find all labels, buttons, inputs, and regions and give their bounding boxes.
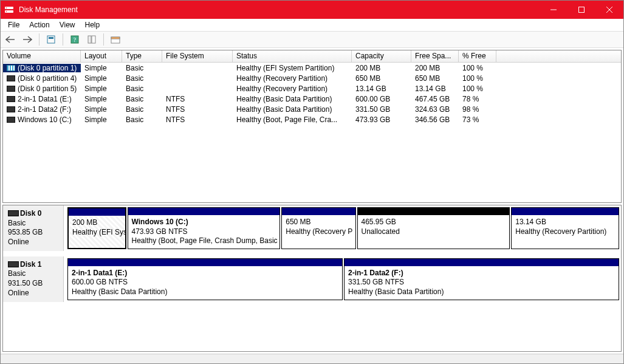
volume-icon (7, 65, 15, 71)
cell: 100 % (459, 84, 496, 93)
toolbar-separator (103, 33, 104, 46)
minimize-button[interactable] (540, 1, 567, 19)
partition-size: 600.00 GB NTFS (72, 278, 338, 287)
svg-point-2 (6, 7, 7, 9)
table-row[interactable]: (Disk 0 partition 1)SimpleBasicHealthy (… (3, 63, 621, 73)
col-free[interactable]: Free Spa... (411, 50, 459, 62)
partition-status: Healthy (Basic Data Partition) (72, 287, 338, 297)
refresh-button[interactable] (44, 33, 58, 46)
cell: Simple (81, 105, 122, 114)
cell: Healthy (Basic Data Partition) (233, 95, 352, 103)
partition-size: 13.14 GB (515, 218, 615, 227)
partition-header (358, 208, 510, 215)
cell: NTFS (162, 95, 233, 103)
cell: Basic (122, 115, 162, 124)
cell: Simple (81, 64, 122, 72)
partition-title: 2-in-1 Data1 (E:) (72, 269, 338, 278)
cell: Basic (122, 95, 162, 103)
svg-rect-9 (49, 37, 53, 39)
partition-size: 465.95 GB (362, 218, 506, 227)
volume-rows: (Disk 0 partition 1)SimpleBasicHealthy (… (3, 63, 621, 202)
partition[interactable]: 13.14 GBHealthy (Recovery Partition) (511, 207, 619, 249)
disk-size: 931.50 GB (8, 279, 58, 289)
svg-rect-5 (579, 7, 585, 13)
col-volume[interactable]: Volume (3, 50, 81, 62)
table-row[interactable]: (Disk 0 partition 5)SimpleBasicHealthy (… (3, 83, 621, 94)
menu-bar: File Action View Help (1, 19, 623, 31)
cell: 600.00 GB (352, 95, 411, 103)
cell: NTFS (162, 115, 233, 124)
toolbar-separator (39, 33, 39, 46)
partition[interactable]: 650 MBHealthy (Recovery P (281, 207, 355, 249)
forward-button[interactable] (20, 33, 35, 46)
svg-rect-8 (47, 36, 55, 43)
table-row[interactable]: Windows 10 (C:)SimpleBasicNTFSHealthy (B… (3, 114, 621, 125)
close-button[interactable] (595, 1, 623, 19)
table-row[interactable]: 2-in-1 Data1 (E:)SimpleBasicNTFSHealthy … (3, 94, 621, 104)
cell: 98 % (459, 105, 496, 114)
disk-state: Online (8, 289, 58, 298)
settings-button[interactable] (84, 33, 99, 46)
menu-help[interactable]: Help (80, 20, 105, 30)
cell: 650 MB (352, 74, 411, 83)
svg-text:?: ? (74, 36, 77, 43)
disk-info[interactable]: Disk 0Basic953.85 GBOnline (3, 205, 64, 251)
volume-icon (7, 106, 15, 112)
cell: (Disk 0 partition 5) (3, 84, 81, 93)
partition-size: 200 MB (72, 218, 122, 228)
col-layout[interactable]: Layout (81, 50, 122, 62)
partition[interactable]: Windows 10 (C:)473.93 GB NTFSHealthy (Bo… (128, 207, 281, 249)
table-row[interactable]: (Disk 0 partition 4)SimpleBasicHealthy (… (3, 73, 621, 83)
partition-title: 2-in-1 Data2 (F:) (348, 269, 615, 278)
col-capacity[interactable]: Capacity (352, 50, 411, 62)
menu-file[interactable]: File (3, 20, 24, 30)
col-pfree[interactable]: % Free (459, 50, 496, 62)
disk-type: Basic (8, 219, 58, 228)
svg-rect-15 (111, 37, 120, 39)
col-type[interactable]: Type (122, 50, 162, 62)
disk-icon (8, 210, 19, 216)
disk-map[interactable]: Disk 0Basic953.85 GBOnline200 MBHealthy … (2, 205, 622, 352)
cell: 200 MB (411, 64, 459, 72)
maximize-button[interactable] (567, 1, 595, 19)
svg-point-3 (6, 11, 7, 12)
menu-action[interactable]: Action (24, 20, 54, 30)
volume-icon (7, 117, 15, 123)
disk-info[interactable]: Disk 1Basic931.50 GBOnline (3, 256, 64, 302)
cell: 650 MB (411, 74, 459, 83)
table-row[interactable]: 2-in-1 Data2 (F:)SimpleBasicNTFSHealthy … (3, 104, 621, 114)
partition[interactable]: 200 MBHealthy (EFI Syst (67, 207, 126, 249)
partition-header (512, 208, 619, 215)
col-fs[interactable]: File System (162, 50, 233, 62)
partition-header (69, 208, 125, 216)
volume-icon (7, 96, 15, 102)
app-window: Disk Management File Action View Help (0, 0, 624, 364)
partition-row: 200 MBHealthy (EFI SystWindows 10 (C:)47… (64, 205, 621, 251)
properties-button[interactable] (108, 33, 123, 46)
partition[interactable]: 465.95 GBUnallocated (357, 207, 510, 249)
cell: 100 % (459, 74, 496, 83)
partition[interactable]: 2-in-1 Data1 (E:)600.00 GB NTFSHealthy (… (67, 258, 343, 300)
partition-size: 650 MB (286, 218, 351, 227)
partition-status: Healthy (EFI Syst (72, 228, 122, 238)
cell: Simple (81, 95, 122, 103)
partition[interactable]: 2-in-1 Data2 (F:)331.50 GB NTFSHealthy (… (344, 258, 619, 300)
cell: Healthy (Recovery Partition) (233, 74, 352, 83)
cell: Basic (122, 84, 162, 93)
help-button[interactable]: ? (67, 33, 82, 46)
back-button[interactable] (3, 33, 18, 46)
cell: 73 % (459, 115, 496, 124)
cell: Healthy (EFI System Partition) (233, 64, 352, 72)
volume-list[interactable]: Volume Layout Type File System Status Ca… (2, 50, 622, 203)
cell: 100 % (459, 64, 496, 72)
volume-icon (7, 86, 15, 92)
content-area: Volume Layout Type File System Status Ca… (1, 48, 623, 354)
cell: 13.14 GB (352, 84, 411, 93)
menu-view[interactable]: View (55, 20, 80, 30)
status-bar (1, 354, 623, 363)
cell: Simple (81, 115, 122, 124)
col-status[interactable]: Status (233, 50, 352, 62)
toolbar: ? (1, 31, 623, 48)
app-title: Disk Management (19, 5, 78, 14)
disk-row: Disk 1Basic931.50 GBOnline2-in-1 Data1 (… (3, 256, 621, 303)
